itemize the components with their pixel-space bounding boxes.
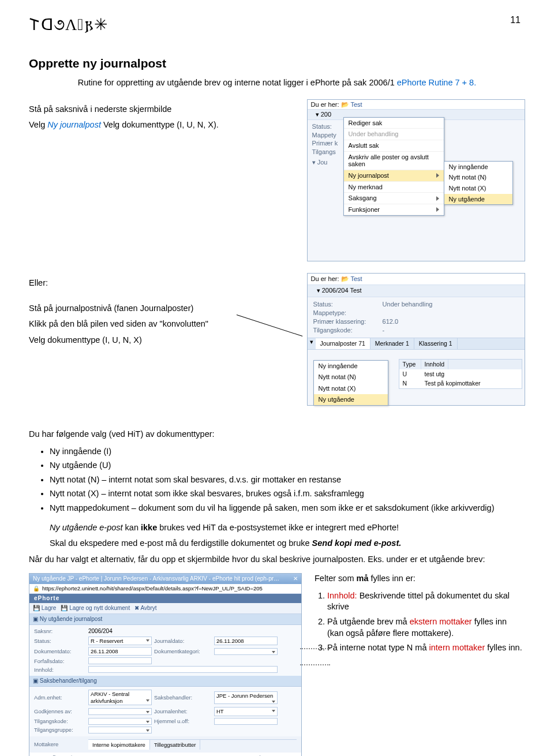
para-after-list: Når du har valgt et alternativ, får du o… — [29, 554, 525, 566]
section-header-2: ▣ Saksbehandler/tilgang — [29, 676, 301, 687]
jp-table: TypeInnhold Utest utg NTest på kopimotta… — [399, 359, 522, 389]
forfallsdato-input[interactable] — [88, 657, 152, 664]
screenshot-3: Ny utgående JP - ePhorte | Jorunn Peders… — [29, 573, 302, 756]
tab-journalposter[interactable]: Journalposter 71 — [316, 338, 370, 349]
section3-intro: Du har følgende valg (ved HiT) av dokume… — [29, 429, 525, 440]
tab-tilleggsattributter[interactable]: Tilleggsattributter — [150, 740, 201, 750]
admenhet-select[interactable]: ARKIV - Sentral arkivfunksjon — [88, 690, 152, 705]
save-new-button[interactable]: 💾 Lagre og nytt dokument — [61, 605, 130, 612]
list-item: Nytt notat (X) – internt notat som ikke … — [50, 488, 525, 500]
screenshot-1: Du er her: 📂 Test ▾ 200 Status: Mappety … — [307, 99, 525, 261]
list-item: Ny inngående (I) — [50, 446, 525, 458]
subtitle-link[interactable]: ePhorte Rutine 7 + 8. — [397, 78, 476, 87]
header-symbols: 𐌕ᗡ૭Λ𓀀𐍂✳ — [29, 14, 107, 36]
tilgangsgruppe-select[interactable] — [88, 727, 152, 733]
dokumentdato-input[interactable]: 26.11.2008 — [88, 647, 152, 656]
mottakere-table: U.off Kopi Kortnavn Navn E-post Adresse … — [29, 753, 301, 756]
dotted-pointer-2 — [300, 664, 330, 665]
tab-merknader[interactable]: Merknader 1 — [370, 338, 414, 349]
fields-intro: Felter som må fylles inn er: — [315, 573, 525, 585]
eller: Eller: — [29, 278, 293, 289]
page-number: 11 — [510, 14, 525, 27]
hjemmel-input[interactable] — [214, 718, 278, 725]
submenu-1[interactable]: Ny inngående Nytt notat (N) Nytt notat (… — [444, 161, 513, 205]
context-menu-2[interactable]: Ny inngående Nytt notat (N) Nytt notat (… — [313, 360, 388, 406]
lock-icon: 🔒 — [33, 585, 40, 592]
innhold-input[interactable] — [88, 666, 278, 673]
status-select[interactable]: R - Reservert — [88, 637, 152, 645]
list-item: Nytt notat (N) – internt notat som skal … — [50, 474, 525, 486]
saksbehandler-select[interactable]: JPE - Jorunn Pedersen — [214, 691, 278, 704]
submenu-ny-utgaende[interactable]: Ny utgående — [444, 194, 512, 205]
section-header-1: ▣ Ny utgående journalpost — [29, 614, 301, 625]
journalenhet-select[interactable]: HT — [214, 707, 278, 716]
instruction-2: Velg Ny journalpost Velg dokumenttype (I… — [29, 119, 293, 131]
note-1: Ny utgående e-post kan ikke brukes ved H… — [50, 522, 525, 534]
tab-klassering[interactable]: Klassering 1 — [414, 338, 458, 349]
subtabs[interactable]: Interne kopimottakere Tilleggsattributte… — [88, 739, 297, 750]
close-icon[interactable]: ✕ — [293, 575, 298, 582]
dotted-pointer-1 — [300, 648, 330, 649]
journaldato-input[interactable]: 26.11.2008 — [214, 637, 278, 645]
screenshot-2: Du er her: 📂 Test ▾ 2006/204 Test Status… — [307, 273, 525, 406]
instruction-3: Stå på journalpostnivå (fanen Journalpos… — [29, 303, 293, 315]
instruction-5: Velg dokumenttype (I, U, N, X) — [29, 335, 293, 346]
context-menu-1[interactable]: Rediger sak Under behandling Avslutt sak… — [343, 117, 444, 216]
menu-ny-journalpost[interactable]: Ny journalpost — [344, 170, 444, 182]
list-item: På interne notat type N må intern mottak… — [327, 642, 525, 654]
cancel-button[interactable]: ✖ Avbryt — [134, 605, 156, 612]
list-item: Ny utgående (U) — [50, 460, 525, 471]
doctype-list: Ny inngående (I) Ny utgående (U) Nytt no… — [50, 446, 525, 514]
instruction-1: Stå på saksnivå i nederste skjermbilde — [29, 104, 293, 115]
list-item: Nytt mappedokument – dokument som du vil… — [50, 503, 525, 514]
toolbar: 💾 Lagre 💾 Lagre og nytt dokument ✖ Avbry… — [29, 603, 301, 614]
tabs-row[interactable]: ▾ Journalposter 71 Merknader 1 Klasserin… — [308, 338, 525, 350]
godkjennes-select[interactable] — [88, 708, 152, 715]
dokumentkategori-select[interactable] — [214, 648, 278, 655]
list-item: Innhold: Beskrivende tittel på dokumente… — [327, 590, 525, 613]
note-2: Skal du ekspedere med e-post må du ferdi… — [50, 538, 525, 549]
required-fields-list: Innhold: Beskrivende tittel på dokumente… — [327, 590, 525, 654]
menu2-ny-utgaende[interactable]: Ny utgående — [314, 394, 388, 405]
url-bar[interactable]: https://ephorte2.uninett.no/hit/shared/a… — [42, 585, 298, 592]
window-titlebar: Ny utgående JP - ePhorte | Jorunn Peders… — [29, 574, 301, 584]
tab-interne-kopimottakere[interactable]: Interne kopimottakere — [88, 740, 150, 750]
save-button[interactable]: 💾 Lagre — [33, 605, 56, 612]
tilgangskode-select[interactable] — [88, 718, 152, 725]
subtitle: Rutine for oppretting av utgående brev o… — [29, 77, 525, 89]
brand-logo: ePhorte — [29, 594, 301, 603]
page-title: Opprette ny journalpost — [29, 55, 525, 72]
list-item: På utgående brev må ekstern mottaker fyl… — [327, 616, 525, 639]
